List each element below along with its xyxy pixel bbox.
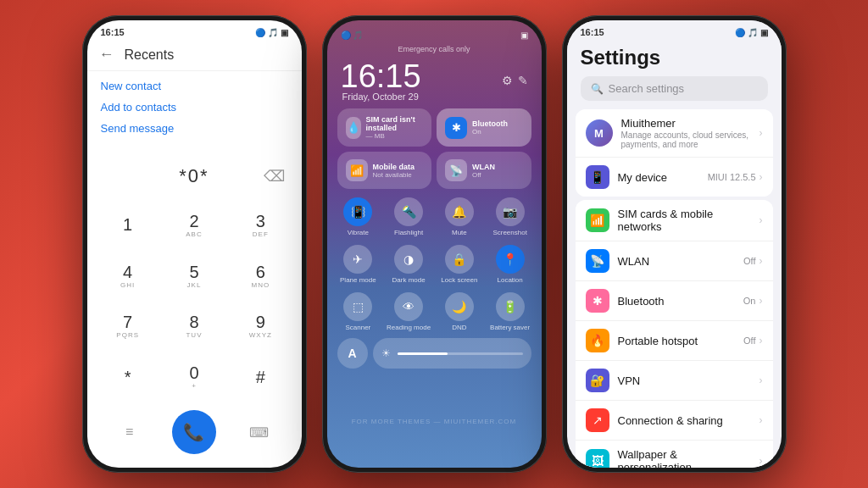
delete-icon[interactable]: ⌫ [264, 167, 285, 186]
status-icons: 🔵🎵▣ [255, 28, 288, 37]
flashlight-toggle[interactable]: 🔦 Flashlight [384, 194, 433, 240]
lock-label: Lock screen [441, 276, 477, 284]
key-4[interactable]: 4GHI [96, 252, 160, 301]
mute-toggle[interactable]: 🔔 Mute [435, 194, 484, 240]
call-button[interactable]: 📞 [172, 410, 216, 454]
screenshot-label: Screenshot [492, 229, 526, 236]
add-to-contacts-link[interactable]: Add to contacts [101, 101, 288, 114]
dialer-bottom: ≡ 📞 ⌨ [87, 402, 302, 468]
key-1[interactable]: 1 [96, 201, 160, 250]
sim-row[interactable]: 📶 SIM cards & mobile networks › [576, 200, 773, 241]
chevron-icon: › [760, 335, 763, 347]
connection-sharing-label: Connection & sharing [618, 414, 751, 427]
chevron-icon: › [760, 374, 763, 386]
cc-battery: ▣ [520, 30, 528, 40]
cc-date: Friday, October 29 [341, 92, 421, 102]
settings-shortcut-icon[interactable]: ⚙ [502, 74, 513, 87]
vibrate-icon: 📳 [343, 197, 372, 226]
my-device-row[interactable]: 📱 My device MIUI 12.5.5 › [576, 158, 773, 197]
wlan-label: WLAN [618, 255, 736, 268]
chevron-icon: › [760, 414, 763, 426]
alpha-button[interactable]: A [337, 338, 368, 369]
plane-mode-toggle[interactable]: ✈ Plane mode [334, 241, 383, 287]
avatar: M [586, 119, 613, 147]
back-icon[interactable]: ← [99, 46, 114, 64]
key-9[interactable]: 9WXYZ [228, 302, 292, 352]
bluetooth-tile[interactable]: ✱ Bluetooth On [437, 108, 531, 147]
key-2[interactable]: 2ABC [162, 201, 226, 250]
dark-mode-toggle[interactable]: ◑ Dark mode [384, 241, 433, 287]
account-row[interactable]: M Miuithemer Manage accounts, cloud serv… [576, 109, 773, 158]
vibrate-toggle[interactable]: 📳 Vibrate [334, 194, 383, 240]
dark-mode-label: Dark mode [392, 276, 426, 284]
chevron-icon: › [760, 455, 763, 467]
hotspot-row[interactable]: 🔥 Portable hotspot Off › [576, 321, 773, 361]
sim-tile-sub: — MB [366, 132, 423, 140]
key-0[interactable]: 0+ [162, 352, 226, 402]
chevron-icon: › [760, 214, 763, 226]
plane-label: Plane mode [340, 276, 376, 284]
settings-title: Settings [581, 46, 768, 69]
emergency-text: Emergency calls only [334, 43, 535, 55]
battery-saver-label: Battery saver [490, 324, 530, 331]
key-8[interactable]: 8TUV [162, 302, 226, 352]
screenshot-toggle[interactable]: 📷 Screenshot [486, 194, 535, 240]
wallpaper-row[interactable]: 🖼 Wallpaper & personalization › [576, 441, 773, 468]
chevron-icon: › [760, 295, 763, 307]
brightness-fill [398, 352, 448, 355]
hotspot-icon: 🔥 [586, 329, 609, 352]
key-hash[interactable]: # [228, 352, 292, 402]
send-message-link[interactable]: Send message [101, 122, 288, 135]
new-contact-link[interactable]: New contact [101, 80, 288, 92]
flashlight-label: Flashlight [394, 229, 423, 236]
menu-icon[interactable]: ≡ [114, 417, 145, 447]
lock-icon: 🔒 [445, 245, 474, 274]
mute-label: Mute [452, 229, 467, 236]
connection-sharing-row[interactable]: ↗ Connection & sharing › [576, 401, 773, 441]
reading-mode-toggle[interactable]: 👁 Reading mode [384, 289, 433, 335]
quick-icon-grid: 📳 Vibrate 🔦 Flashlight 🔔 Mute 📷 Screensh… [334, 192, 535, 336]
bluetooth-row[interactable]: ✱ Bluetooth On › [576, 281, 773, 321]
dnd-icon: 🌙 [445, 292, 474, 321]
scanner-toggle[interactable]: ⬚ Scanner [334, 289, 383, 335]
vpn-row[interactable]: 🔐 VPN › [576, 361, 773, 401]
lock-screen-toggle[interactable]: 🔒 Lock screen [435, 241, 484, 287]
key-5[interactable]: 5JKL [162, 252, 226, 301]
screenshot-icon: 📷 [496, 197, 525, 226]
bluetooth-tile-icon: ✱ [445, 117, 467, 139]
wlan-tile[interactable]: 📡 WLAN Off [437, 152, 531, 189]
account-card: M Miuithemer Manage accounts, cloud serv… [576, 109, 773, 197]
bluetooth-tile-sub: On [472, 128, 508, 136]
account-sub: Manage accounts, cloud services, payment… [621, 130, 751, 149]
search-bar[interactable]: 🔍 Search settings [581, 76, 768, 101]
mobile-data-tile[interactable]: 📶 Mobile data Not available [337, 152, 432, 189]
key-3[interactable]: 3DEF [228, 201, 292, 250]
cc-action-icons: ⚙ ✎ [502, 74, 528, 87]
account-name: Miuithemer [621, 117, 751, 130]
battery-saver-toggle[interactable]: 🔋 Battery saver [486, 289, 535, 335]
status-time: 16:15 [101, 27, 125, 37]
dnd-toggle[interactable]: 🌙 DND [435, 289, 484, 335]
keypad-icon[interactable]: ⌨ [243, 417, 274, 447]
key-7[interactable]: 7PQRS [96, 302, 160, 352]
search-icon: 🔍 [591, 83, 604, 95]
hotspot-status: Off [743, 336, 755, 346]
hotspot-label: Portable hotspot [618, 335, 736, 347]
contact-actions: New contact Add to contacts Send message [87, 71, 302, 143]
phone-settings: 16:15 🔵🎵▣ Settings 🔍 Search settings M [562, 15, 787, 473]
edit-icon[interactable]: ✎ [518, 74, 528, 87]
miui-badge: MIUI 12.5.5 [708, 172, 756, 182]
phone-dialer: 16:15 🔵🎵▣ ← Recents New contact Add to c… [82, 15, 307, 473]
wlan-row[interactable]: 📡 WLAN Off › [576, 241, 773, 281]
settings-time: 16:15 [581, 27, 604, 37]
location-toggle[interactable]: 📍 Location [486, 241, 535, 287]
control-center-screen: 🔵 🎵 ▣ Emergency calls only 16:15 Friday,… [327, 20, 542, 468]
sim-tile[interactable]: 💧 SIM card isn't installed — MB [337, 108, 432, 147]
key-star[interactable]: * [96, 352, 160, 402]
key-6[interactable]: 6MNO [228, 252, 292, 301]
wlan-tile-name: WLAN [472, 163, 495, 171]
network-card: 📶 SIM cards & mobile networks › 📡 WLAN [576, 200, 773, 468]
settings-status-icons: 🔵🎵▣ [735, 28, 768, 37]
bluetooth-tile-name: Bluetooth [472, 119, 508, 128]
brightness-control[interactable]: ☀ [373, 338, 531, 369]
